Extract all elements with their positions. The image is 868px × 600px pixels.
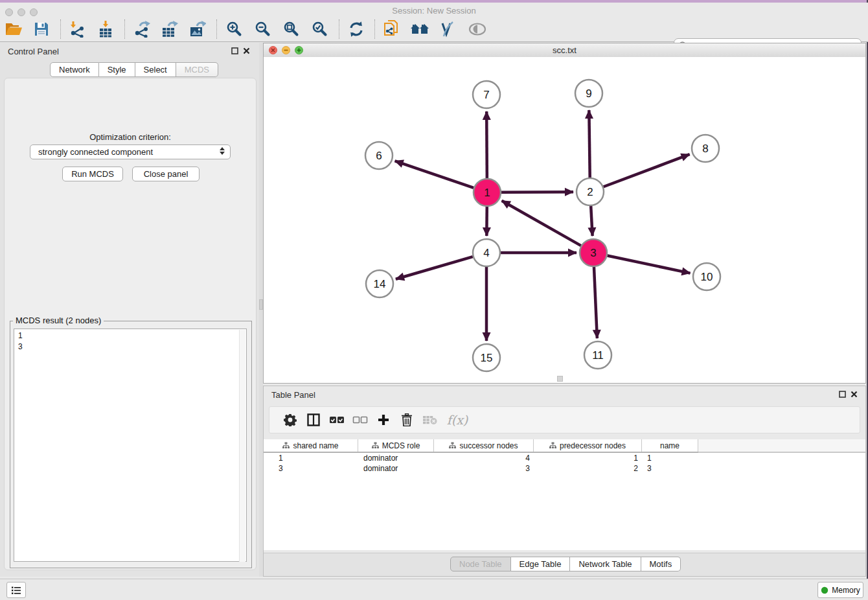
tab-select[interactable]: Select — [135, 62, 176, 77]
graph-edge-1-2[interactable] — [501, 192, 573, 192]
attribute-icon — [372, 442, 379, 449]
session-title: Session: New Session — [0, 6, 868, 16]
graph-edge-1-7[interactable] — [486, 111, 487, 178]
zoom-out-icon[interactable] — [252, 17, 274, 41]
toolbar-separator — [216, 19, 217, 39]
mcds-panel-body: Optimization criterion: strongly connect… — [4, 78, 257, 570]
network-window-titlebar[interactable]: scc.txt — [264, 43, 865, 58]
graph-node-label-15: 15 — [481, 352, 493, 364]
tab-network-table[interactable]: Network Table — [570, 557, 641, 571]
task-history-button[interactable] — [6, 582, 26, 598]
tab-network[interactable]: Network — [50, 62, 99, 77]
optimization-criterion-label: Optimization criterion: — [5, 132, 256, 142]
graph-node-label-7: 7 — [483, 89, 489, 101]
export-network-icon[interactable] — [131, 17, 153, 41]
show-graphics-details-icon[interactable] — [466, 17, 488, 41]
column-header-name[interactable]: name — [642, 439, 698, 452]
cyndex-houses-icon[interactable] — [409, 17, 431, 41]
table-row[interactable]: 1 dominator 4 1 1 — [264, 453, 865, 463]
attribute-icon — [449, 442, 456, 449]
graph-edge-2-8[interactable] — [604, 154, 690, 187]
attribute-icon — [549, 442, 556, 449]
application-window: Session: New Session — [0, 0, 868, 600]
table-panel: Table Panel — [263, 386, 866, 577]
cell-successor-nodes[interactable]: 4 — [434, 453, 534, 463]
float-panel-icon[interactable] — [231, 47, 238, 54]
graph-edge-3-11[interactable] — [594, 267, 597, 338]
network-graph: 7968124314101511 — [264, 57, 865, 383]
close-panel-button[interactable]: Close panel — [132, 167, 200, 181]
cell-mcds-role[interactable]: dominator — [358, 453, 434, 463]
criterion-select[interactable]: strongly connected component — [30, 144, 231, 159]
float-table-panel-icon[interactable] — [839, 391, 846, 398]
main-toolbar — [0, 17, 868, 42]
show-columns-icon[interactable] — [302, 410, 325, 430]
column-header-predecessor-nodes[interactable]: predecessor nodes — [534, 439, 642, 452]
table-header-row: shared name MCDS role successor nodes pr… — [264, 439, 698, 453]
graph-edge-4-14[interactable] — [396, 257, 473, 279]
select-all-columns-icon[interactable] — [325, 410, 348, 430]
cell-successor-nodes[interactable]: 3 — [434, 463, 534, 474]
cell-name[interactable]: 3 — [642, 463, 698, 474]
mcds-result-title: MCDS result (2 nodes) — [13, 316, 104, 325]
apply-layout-icon[interactable] — [345, 17, 367, 41]
open-session-icon[interactable] — [3, 17, 25, 41]
toolbar-separator — [124, 19, 125, 39]
function-builder-icon[interactable]: f(x) — [442, 410, 473, 430]
mcds-result-textarea[interactable]: 1 3 — [14, 329, 247, 562]
column-header-shared-name[interactable]: shared name — [264, 439, 358, 452]
network-canvas[interactable]: 7968124314101511 — [264, 57, 865, 383]
os-titlebar[interactable]: Session: New Session — [0, 3, 868, 17]
close-table-panel-icon[interactable] — [851, 391, 858, 398]
tab-style[interactable]: Style — [99, 62, 135, 77]
network-documents-icon[interactable] — [380, 17, 402, 41]
zoom-selected-icon[interactable] — [309, 17, 331, 41]
cell-mcds-role[interactable]: dominator — [358, 463, 434, 474]
result-scrollbar[interactable] — [239, 330, 246, 562]
close-panel-icon[interactable] — [243, 47, 250, 54]
memory-label: Memory — [832, 586, 860, 595]
toolbar-separator — [374, 19, 375, 39]
tab-motifs[interactable]: Motifs — [641, 557, 681, 571]
column-header-mcds-role[interactable]: MCDS role — [358, 439, 434, 452]
vizmap-icon[interactable] — [437, 17, 459, 41]
graph-edge-2-9[interactable] — [589, 110, 589, 178]
network-view-window: scc.txt 7968124314101511 — [263, 43, 866, 384]
unselect-all-columns-icon[interactable] — [348, 410, 372, 430]
task-list-icon — [11, 585, 21, 595]
graph-edge-2-3[interactable] — [591, 206, 592, 236]
column-header-successor-nodes[interactable]: successor nodes — [434, 439, 534, 452]
tab-mcds[interactable]: MCDS — [176, 62, 218, 77]
memory-button[interactable]: Memory — [817, 582, 863, 598]
graph-edge-1-6[interactable] — [395, 161, 474, 187]
delete-table-icon[interactable] — [418, 410, 442, 430]
cell-predecessor-nodes[interactable]: 2 — [534, 463, 642, 474]
import-table-icon[interactable] — [95, 17, 117, 41]
graph-edge-3-10[interactable] — [608, 256, 691, 273]
network-scrollbar-grip[interactable] — [557, 376, 563, 382]
graph-edge-3-1[interactable] — [502, 201, 581, 246]
save-session-icon[interactable] — [30, 17, 52, 41]
table-row[interactable]: 3 dominator 3 2 3 — [264, 463, 865, 474]
export-table-icon[interactable] — [158, 17, 180, 41]
export-image-icon[interactable] — [186, 17, 208, 41]
table-settings-gear-icon[interactable] — [279, 410, 302, 430]
run-mcds-button[interactable]: Run MCDS — [62, 167, 123, 181]
tab-edge-table[interactable]: Edge Table — [511, 557, 571, 571]
zoom-fit-icon[interactable] — [280, 17, 303, 41]
import-network-icon[interactable] — [66, 17, 88, 41]
delete-column-icon[interactable] — [395, 410, 418, 430]
graph-node-label-4: 4 — [483, 247, 489, 259]
toolbar-separator — [339, 19, 339, 39]
fx-label: f(x) — [447, 413, 468, 427]
cell-name[interactable]: 1 — [642, 453, 698, 463]
add-column-icon[interactable] — [372, 410, 395, 430]
zoom-in-icon[interactable] — [223, 17, 246, 41]
network-window-title: scc.txt — [264, 45, 865, 55]
graph-node-label-14: 14 — [374, 278, 386, 290]
tab-node-table[interactable]: Node Table — [450, 557, 511, 571]
cell-shared-name[interactable]: 3 — [264, 463, 358, 474]
graph-node-label-9: 9 — [586, 87, 591, 100]
cell-shared-name[interactable]: 1 — [264, 453, 358, 463]
cell-predecessor-nodes[interactable]: 1 — [534, 453, 642, 463]
